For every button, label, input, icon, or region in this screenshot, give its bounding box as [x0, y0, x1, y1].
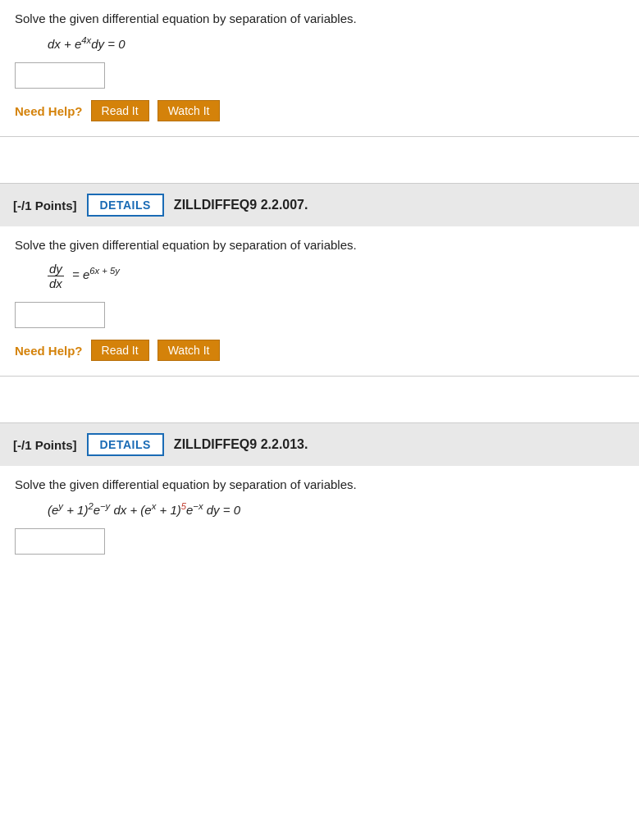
problem-3-id: ZILLDIFFEQ9 2.2.013. [174, 437, 308, 452]
problem-2-section: Solve the given differential equation by… [0, 226, 639, 376]
problem-3-points: [-/1 Points] [13, 438, 77, 452]
need-help-label-2: Need Help? [15, 344, 83, 358]
problem-2-header: [-/1 Points] DETAILS ZILLDIFFEQ9 2.2.007… [0, 184, 639, 226]
problem-3-statement: Solve the given differential equation by… [15, 477, 624, 491]
problem-2-points: [-/1 Points] [13, 199, 77, 212]
problem-1-equation: dx + e4xdy = 0 [48, 35, 624, 51]
problem-2-answer-input[interactable] [15, 302, 105, 328]
problem-2-statement: Solve the given differential equation by… [15, 238, 624, 252]
problem-1-answer-input[interactable] [15, 62, 105, 89]
problem-1-statement: Solve the given differential equation by… [15, 11, 624, 25]
problem-3-section: Solve the given differential equation by… [0, 466, 639, 581]
problem-3-header: [-/1 Points] DETAILS ZILLDIFFEQ9 2.2.013… [0, 423, 639, 466]
problem-1-need-help-row: Need Help? Read It Watch It [15, 100, 624, 121]
problem-3-equation: (ey + 1)2e−y dx + (ex + 1)5e−x dy = 0 [48, 501, 624, 517]
details-button-3[interactable]: DETAILS [87, 433, 164, 456]
problem-2-equation: dy dx = e6x + 5y [48, 262, 624, 290]
read-it-button-1[interactable]: Read It [91, 100, 149, 121]
watch-it-button-1[interactable]: Watch It [157, 100, 221, 121]
read-it-button-2[interactable]: Read It [91, 340, 149, 361]
problem-2-need-help-row: Need Help? Read It Watch It [15, 340, 624, 361]
details-button-2[interactable]: DETAILS [87, 194, 164, 217]
need-help-label-1: Need Help? [15, 104, 83, 118]
problem-3-answer-input[interactable] [15, 528, 105, 555]
problem-1-section: Solve the given differential equation by… [0, 0, 639, 136]
problem-2-id: ZILLDIFFEQ9 2.2.007. [174, 198, 308, 212]
watch-it-button-2[interactable]: Watch It [157, 340, 221, 361]
